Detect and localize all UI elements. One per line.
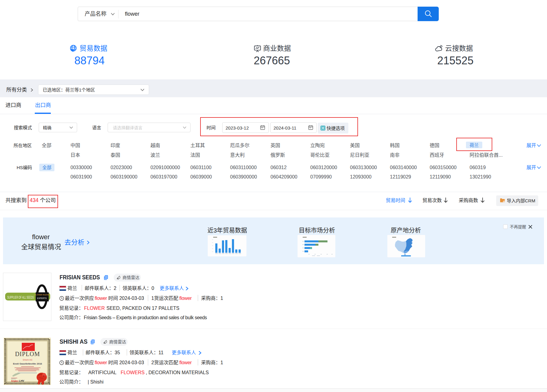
svg-text:Eesti Gasellettevõte 2016: Eesti Gasellettevõte 2016	[13, 362, 42, 365]
svg-text:EXPERTS: EXPERTS	[37, 297, 47, 299]
svg-text:LHV: LHV	[19, 379, 24, 382]
svg-text:Shishi AS: Shishi AS	[23, 358, 32, 361]
svg-text:Äripäev: Äripäev	[11, 380, 18, 382]
svg-text:FLOWER BLEND: FLOWER BLEND	[35, 294, 49, 296]
svg-text:DIPLOM: DIPLOM	[15, 351, 40, 357]
